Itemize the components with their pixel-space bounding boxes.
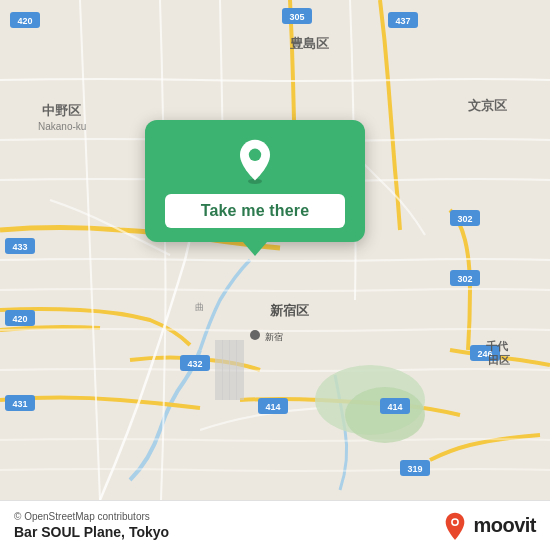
svg-text:433: 433 bbox=[12, 242, 27, 252]
svg-text:420: 420 bbox=[17, 16, 32, 26]
svg-text:田区: 田区 bbox=[488, 354, 510, 366]
svg-text:中野区: 中野区 bbox=[42, 103, 81, 118]
location-popup: Take me there bbox=[145, 120, 365, 242]
map-area: 420 305 437 433 420 432 431 302 302 414 … bbox=[0, 0, 550, 500]
svg-text:千代: 千代 bbox=[486, 340, 509, 352]
svg-text:豊島区: 豊島区 bbox=[290, 36, 329, 51]
svg-text:305: 305 bbox=[289, 12, 304, 22]
take-me-there-button[interactable]: Take me there bbox=[165, 194, 345, 228]
place-name: Bar SOUL Plane, Tokyo bbox=[14, 524, 169, 540]
location-pin-icon bbox=[232, 138, 278, 184]
map-svg: 420 305 437 433 420 432 431 302 302 414 … bbox=[0, 0, 550, 500]
svg-text:曲: 曲 bbox=[195, 302, 204, 312]
osm-credit: © OpenStreetMap contributors bbox=[14, 511, 169, 522]
moovit-brand-text: moovit bbox=[473, 514, 536, 537]
svg-text:432: 432 bbox=[187, 359, 202, 369]
svg-text:302: 302 bbox=[457, 214, 472, 224]
place-info: © OpenStreetMap contributors Bar SOUL Pl… bbox=[14, 511, 169, 540]
svg-rect-38 bbox=[229, 340, 237, 400]
moovit-pin-icon bbox=[441, 512, 469, 540]
svg-point-46 bbox=[453, 519, 458, 524]
svg-text:414: 414 bbox=[265, 402, 280, 412]
svg-text:319: 319 bbox=[407, 464, 422, 474]
bottom-bar: © OpenStreetMap contributors Bar SOUL Pl… bbox=[0, 500, 550, 550]
svg-text:新宿区: 新宿区 bbox=[270, 303, 309, 318]
svg-text:431: 431 bbox=[12, 399, 27, 409]
svg-point-40 bbox=[250, 330, 260, 340]
svg-text:新宿: 新宿 bbox=[265, 332, 283, 342]
svg-text:302: 302 bbox=[457, 274, 472, 284]
svg-text:414: 414 bbox=[387, 402, 402, 412]
svg-text:Nakano-ku: Nakano-ku bbox=[38, 121, 86, 132]
svg-point-2 bbox=[345, 387, 425, 443]
svg-rect-37 bbox=[222, 340, 230, 400]
moovit-logo: moovit bbox=[441, 512, 536, 540]
svg-rect-39 bbox=[236, 340, 244, 400]
svg-text:437: 437 bbox=[395, 16, 410, 26]
svg-text:文京区: 文京区 bbox=[468, 98, 507, 113]
svg-text:420: 420 bbox=[12, 314, 27, 324]
svg-point-44 bbox=[249, 149, 261, 161]
svg-rect-36 bbox=[215, 340, 223, 400]
